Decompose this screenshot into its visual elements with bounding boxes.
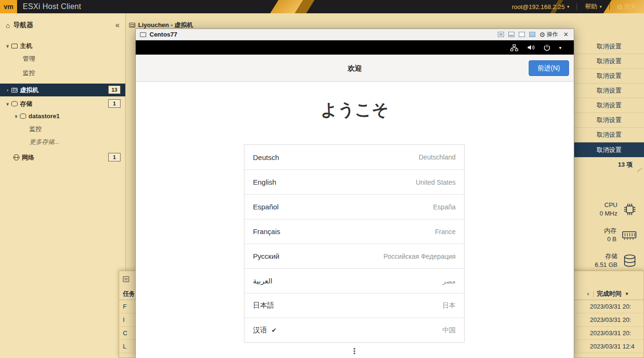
sidebar-item-label: datastore1 — [28, 113, 60, 120]
search-label: 搜索 — [624, 2, 636, 11]
language-option-chinese-selected[interactable]: 汉语 ✔ 中国 — [244, 318, 464, 342]
guest-top-bar: ▾ — [136, 40, 574, 55]
chevron-down-icon[interactable]: ∨ — [12, 114, 20, 119]
language-region: 中国 — [442, 326, 456, 335]
cancel-settings-button[interactable]: 取消设置 — [574, 69, 644, 84]
cancel-settings-button-selected[interactable]: 取消设置 — [574, 142, 644, 157]
cancel-settings-button[interactable]: 取消设置 — [574, 39, 644, 54]
host-icon — [11, 44, 18, 48]
storage-count-badge: 1 — [108, 99, 121, 108]
dialog-controls: ⚙ 操作 ✕ — [498, 30, 569, 38]
chevron-down-icon[interactable]: ∨ — [4, 44, 11, 48]
sidebar-item-label: 存储 — [20, 100, 32, 108]
screenshot-icon[interactable] — [529, 32, 535, 37]
sidebar-item-networking[interactable]: 网络 1 — [0, 151, 125, 164]
language-region: 日本 — [442, 301, 456, 310]
vm-console-dialog: Centos77 ⚙ 操作 ✕ — [135, 28, 574, 358]
navigator-header: ⌂ 导航器 « — [6, 21, 120, 29]
dialog-title: Centos77 — [149, 31, 177, 38]
sidebar-item-more-storage[interactable]: 更多存储... — [0, 135, 125, 148]
help-menu[interactable]: 帮助 ▾ — [577, 0, 609, 13]
chevron-down-icon[interactable]: ∨ — [587, 292, 590, 296]
sidebar-item-host-manage[interactable]: 管理 — [0, 52, 125, 65]
sidebar-item-label: 监控 — [29, 125, 42, 133]
language-name: العربية — [253, 277, 272, 285]
user-menu[interactable]: root@192.168.2.25 ▾ — [504, 0, 577, 13]
cancel-settings-button[interactable]: 取消设置 — [574, 113, 644, 128]
datastore-icon — [20, 113, 26, 119]
cancel-settings-button[interactable]: 取消设置 — [574, 54, 644, 69]
language-region: Российская Федерация — [383, 253, 456, 260]
network-count-badge: 1 — [108, 153, 121, 161]
chevron-down-icon: ▾ — [567, 4, 569, 9]
sidebar-item-host[interactable]: ∨ 主机 — [0, 39, 125, 52]
chevron-down-icon[interactable]: ▾ — [559, 45, 561, 50]
completion-time-column-header[interactable]: ∨ 完成时间 ▼ — [587, 290, 629, 298]
task-time: 2023/03/31 20: — [590, 303, 631, 310]
installer-title: 欢迎 — [136, 55, 574, 82]
cpu-value: 0 MHz — [599, 209, 617, 218]
language-name: Français — [253, 227, 280, 236]
chevron-down-icon[interactable]: ∨ — [4, 102, 11, 106]
search-control[interactable]: 搜索 — [610, 0, 644, 13]
completion-time-label: 完成时间 — [597, 290, 622, 298]
user-menu-label: root@192.168.2.25 — [512, 3, 565, 10]
cancel-settings-button[interactable]: 取消设置 — [574, 98, 644, 113]
cpu-stat: CPU 0 MHz — [599, 201, 637, 218]
dialog-titlebar[interactable]: Centos77 ⚙ 操作 ✕ — [136, 29, 574, 40]
installer-header: 欢迎 前进(N) — [136, 55, 574, 82]
language-name: Español — [253, 203, 279, 211]
language-option-deutsch[interactable]: Deutsch Deutschland — [244, 145, 464, 170]
forward-button[interactable]: 前进(N) — [529, 60, 569, 76]
installer-body: ようこそ Deutsch Deutschland English United … — [136, 82, 574, 358]
help-menu-label: 帮助 — [585, 2, 597, 11]
gear-icon: ⚙ — [540, 31, 546, 38]
top-bar-right: root@192.168.2.25 ▾ 帮助 ▾ 搜索 — [504, 0, 644, 13]
language-option-arabic[interactable]: العربية مصر — [244, 268, 464, 293]
sidebar-item-datastore1[interactable]: ∨ datastore1 — [0, 110, 125, 122]
chevron-right-icon[interactable]: › — [4, 88, 11, 93]
language-region: Deutschland — [419, 153, 456, 161]
language-option-russian[interactable]: Русский Российская Федерация — [244, 244, 464, 268]
items-count: 13 项 ⋰ — [574, 157, 644, 172]
task-name: F — [123, 303, 127, 310]
more-languages-ellipsis[interactable]: ⋮ — [136, 347, 574, 356]
window-icon[interactable] — [519, 32, 525, 37]
chevron-down-icon: ▾ — [599, 4, 602, 9]
speaker-icon[interactable] — [527, 44, 535, 51]
language-option-espanol[interactable]: Español España — [244, 194, 464, 219]
sidebar-item-virtual-machines[interactable]: › 虚拟机 13 — [0, 84, 125, 96]
task-time: 2023/03/31 20: — [590, 316, 631, 323]
sidebar-item-datastore-monitor[interactable]: 监控 — [0, 122, 125, 135]
power-icon[interactable] — [543, 44, 551, 51]
network-icon[interactable] — [510, 44, 518, 51]
app-title: ESXi Host Client — [23, 2, 81, 11]
items-count-label: 13 项 — [618, 160, 633, 169]
language-option-english[interactable]: English United States — [244, 170, 464, 194]
task-column-header[interactable]: 任务 — [123, 290, 134, 298]
close-icon[interactable]: ✕ — [562, 31, 569, 38]
welcome-heading: ようこそ — [136, 99, 574, 121]
fullscreen-icon[interactable] — [498, 32, 504, 37]
console-icon — [140, 32, 146, 37]
language-option-japanese[interactable]: 日本語 日本 — [244, 293, 464, 318]
actions-menu[interactable]: ⚙ 操作 — [540, 30, 559, 38]
cpu-chip-icon — [622, 202, 637, 217]
network-globe-icon — [13, 154, 19, 160]
language-region: United States — [416, 179, 456, 186]
cancel-settings-button[interactable]: 取消设置 — [574, 128, 644, 142]
navigator-sidebar: ⌂ 导航器 « ∨ 主机 管理 监控 › 虚拟机 13 ∨ 存储 1 ∨ — [0, 13, 126, 358]
window-split-icon[interactable] — [508, 32, 514, 37]
sidebar-item-storage[interactable]: ∨ 存储 1 — [0, 97, 125, 110]
storage-value: 6.51 GB — [595, 261, 617, 269]
task-name: C — [123, 330, 127, 337]
home-icon: ⌂ — [6, 22, 10, 29]
collapse-sidebar-button[interactable]: « — [115, 21, 120, 29]
resize-grip[interactable]: ⋰ — [637, 167, 642, 172]
guest-top-bar-icons: ▾ — [510, 44, 574, 51]
language-option-francais[interactable]: Français France — [244, 219, 464, 244]
sidebar-item-host-monitor[interactable]: 监控 — [0, 66, 125, 79]
language-name: 日本語 — [253, 301, 274, 310]
cancel-settings-button[interactable]: 取消设置 — [574, 84, 644, 98]
storage-stat: 存储 6.51 GB — [595, 252, 637, 269]
